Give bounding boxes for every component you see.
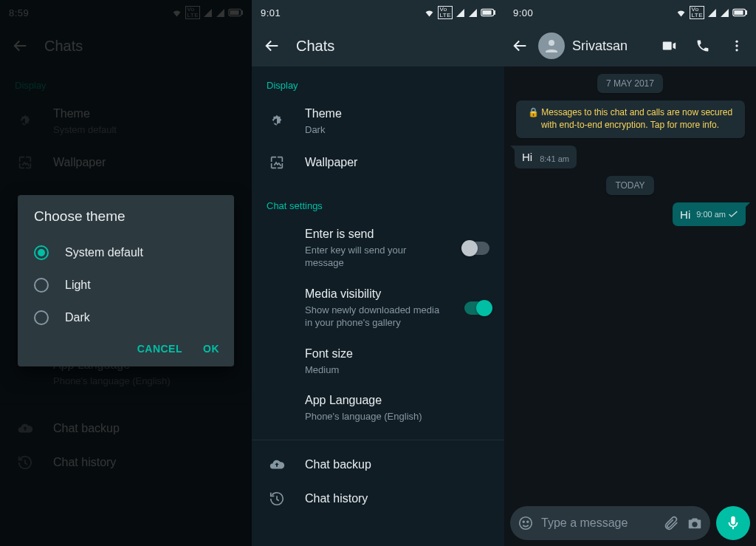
- app-bar: Chats: [252, 25, 504, 66]
- brightness-icon: [267, 114, 287, 130]
- setting-media-visibility[interactable]: Media visibilityShow newly downloaded me…: [252, 279, 504, 338]
- ok-button[interactable]: OK: [203, 343, 219, 355]
- screen-chat-settings: 9:01 VoLTE Chats Display ThemeDark Wallp…: [252, 0, 504, 546]
- font-value: Medium: [305, 364, 489, 377]
- theme-option-system-default[interactable]: System default: [18, 236, 234, 269]
- page-title: Chats: [296, 38, 334, 55]
- option-label: System default: [65, 246, 143, 259]
- encryption-notice[interactable]: 🔒 Messages to this chat and calls are no…: [516, 100, 745, 138]
- setting-app-language[interactable]: App LanguagePhone's language (English): [252, 385, 504, 432]
- svg-point-9: [549, 40, 554, 46]
- wallpaper-icon: [267, 154, 287, 171]
- battery-icon: [732, 8, 747, 17]
- wifi-icon: [424, 8, 435, 18]
- cloud-upload-icon: [267, 457, 287, 473]
- message-text: Hi: [680, 208, 690, 221]
- messages-area[interactable]: 7 MAY 2017 🔒 Messages to this chat and c…: [504, 66, 756, 500]
- wallpaper-label: Wallpaper: [305, 156, 489, 169]
- screen-theme-dialog: 8:59 VoLTE Chats Display ThemeSystem def…: [0, 0, 252, 546]
- avatar[interactable]: [538, 33, 565, 59]
- mic-button[interactable]: [716, 506, 750, 540]
- setting-font-size[interactable]: Font sizeMedium: [252, 338, 504, 386]
- media-label: Media visibility: [305, 287, 447, 301]
- signal-icon-2: [468, 8, 478, 18]
- radio-icon: [34, 245, 49, 260]
- theme-option-dark[interactable]: Dark: [18, 301, 234, 334]
- media-sub: Show newly downloaded media in your phon…: [305, 304, 447, 330]
- more-icon[interactable]: [724, 33, 750, 59]
- back-icon[interactable]: [510, 33, 531, 59]
- emoji-icon[interactable]: [518, 515, 534, 531]
- volte-icon: VoLTE: [690, 6, 704, 19]
- camera-icon[interactable]: [687, 515, 703, 531]
- svg-point-10: [735, 41, 738, 43]
- history-icon: [267, 491, 287, 507]
- theme-option-light[interactable]: Light: [18, 269, 234, 301]
- message-input[interactable]: Type a message: [510, 506, 710, 540]
- svg-rect-7: [746, 11, 747, 15]
- setting-enter-is-send[interactable]: Enter is sendEnter key will send your me…: [252, 219, 504, 279]
- back-icon[interactable]: [259, 33, 286, 59]
- signal-icon: [456, 8, 465, 18]
- enter-label: Enter is send: [305, 228, 447, 241]
- contact-name[interactable]: Srivatsan: [572, 38, 648, 54]
- media-toggle[interactable]: [464, 301, 489, 315]
- section-chat-settings: Chat settings: [252, 180, 504, 219]
- status-bar: 9:00 VoLTE: [504, 0, 756, 25]
- sent-check-icon: [728, 208, 738, 221]
- status-icons: VoLTE: [424, 6, 495, 19]
- message-text: Hi: [522, 151, 532, 163]
- signal-icon-2: [720, 8, 729, 18]
- outgoing-message[interactable]: Hi 9:00 am: [673, 202, 746, 226]
- applang-label: App Language: [305, 394, 489, 407]
- composer: Type a message: [504, 500, 756, 546]
- applang-value: Phone's language (English): [305, 410, 489, 423]
- voice-call-icon[interactable]: [690, 33, 716, 59]
- volte-icon: VoLTE: [438, 6, 453, 19]
- setting-wallpaper[interactable]: Wallpaper: [252, 146, 504, 180]
- date-separator: 7 MAY 2017: [597, 74, 663, 93]
- history-label: Chat history: [305, 492, 489, 505]
- wifi-icon: [676, 8, 687, 18]
- backup-label: Chat backup: [305, 458, 489, 471]
- theme-label: Theme: [305, 107, 489, 120]
- svg-rect-5: [482, 10, 491, 15]
- font-label: Font size: [305, 347, 489, 361]
- lock-icon: 🔒: [528, 107, 539, 117]
- cancel-button[interactable]: CANCEL: [137, 343, 182, 355]
- setting-theme[interactable]: ThemeDark: [252, 98, 504, 146]
- incoming-message[interactable]: Hi 8:41 am: [515, 146, 577, 168]
- setting-chat-history[interactable]: Chat history: [252, 482, 504, 516]
- enter-toggle[interactable]: [464, 242, 489, 255]
- svg-point-11: [735, 44, 738, 47]
- svg-point-12: [735, 49, 738, 51]
- svg-point-14: [523, 521, 524, 522]
- status-bar: 9:01 VoLTE: [252, 0, 504, 25]
- enter-sub: Enter key will send your message: [305, 244, 447, 270]
- attach-icon[interactable]: [663, 515, 679, 531]
- svg-point-13: [520, 517, 532, 530]
- input-placeholder: Type a message: [541, 516, 656, 530]
- clock: 9:01: [261, 7, 281, 18]
- radio-icon: [34, 278, 49, 293]
- section-display: Display: [252, 66, 504, 98]
- signal-icon: [707, 8, 717, 18]
- encryption-text: Messages to this chat and calls are now …: [541, 107, 732, 130]
- status-icons: VoLTE: [676, 6, 747, 19]
- video-call-icon[interactable]: [656, 33, 682, 59]
- svg-rect-8: [734, 10, 743, 15]
- theme-dialog: Choose theme System default Light Dark C…: [18, 195, 234, 366]
- setting-chat-backup[interactable]: Chat backup: [252, 448, 504, 482]
- svg-rect-4: [494, 11, 495, 15]
- screen-conversation: 9:00 VoLTE Srivatsan 7 MAY 2017 🔒 Messag…: [504, 0, 756, 546]
- dialog-title: Choose theme: [18, 208, 234, 236]
- message-time: 8:41 am: [540, 154, 569, 163]
- option-label: Light: [65, 279, 91, 292]
- message-time: 9:00 am: [696, 210, 726, 219]
- chat-app-bar: Srivatsan: [504, 25, 756, 66]
- date-separator: TODAY: [606, 176, 653, 195]
- radio-icon: [34, 310, 49, 325]
- battery-icon: [481, 8, 495, 17]
- option-label: Dark: [65, 311, 90, 324]
- clock: 9:00: [513, 7, 533, 18]
